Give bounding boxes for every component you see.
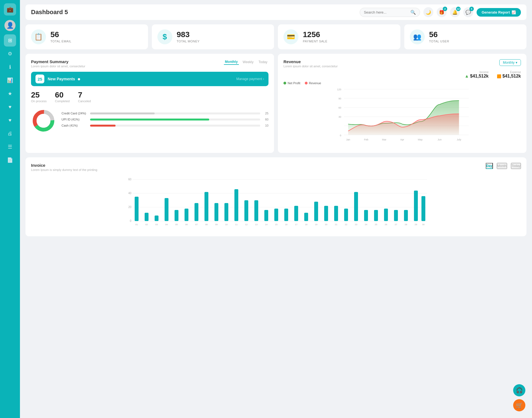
revenue-subtitle: Lorem ipsum dolor sit amet, consectetur [283,65,338,68]
sidebar-item-info[interactable]: ℹ [4,61,16,73]
sidebar-logo[interactable]: 💼 [4,3,16,16]
sidebar-item-print[interactable]: 🖨 [4,127,16,140]
print-icon: 🖨 [7,131,12,137]
search-box[interactable]: 🔍 [360,8,420,17]
invoice-title-block: Invoice Lorem Ipsum is simply dummy text… [31,163,97,171]
svg-text:0: 0 [130,219,131,222]
bar-22 [344,209,348,221]
tab-today[interactable]: Today [257,59,268,65]
bar-fill-upi [90,119,209,120]
chat-btn[interactable]: 💬 5 [463,7,473,17]
search-input[interactable] [364,10,408,14]
sidebar-item-settings[interactable]: ⚙ [4,48,16,60]
income-expense: Income ▲ $41,512k Expense 🟧 $41,512k [283,71,521,79]
svg-text:July: July [457,138,461,141]
svg-text:04: 04 [165,223,168,226]
bar-track-cc [90,112,260,114]
payment-stat-info: 1256 PAYMENT SALE [303,31,328,43]
svg-text:May: May [418,138,423,141]
user-stat-icon: 👥 [410,29,425,44]
sidebar-item-star[interactable]: ★ [4,88,16,100]
stat-card-money: $ 983 TOTAL MONEY [152,24,274,49]
on-process-num: 25 [31,91,47,99]
income-block: Income ▲ $41,512k [465,71,489,79]
cart-float-btn[interactable]: 🛒 [513,399,525,411]
bar-28 [404,210,408,221]
revenue-title-block: Revenue Lorem ipsum dolor sit amet, cons… [283,59,338,68]
bar-track-cash [90,125,260,127]
bar-15 [274,209,278,221]
expense-label: Expense [497,71,521,74]
bar-upi: UPI ID (41%) 60 [62,118,268,121]
tab-weekly[interactable]: Weekly [242,59,255,65]
new-payments-left: 25 New Payments [35,75,80,83]
payment-bars: Credit Card (24%) 25 UPI ID (41%) 60 [62,112,268,130]
tab-day[interactable]: Day [486,163,493,169]
gift-btn[interactable]: 🎁 2 [437,7,447,17]
stat-card-email: 📋 56 TOTAL EMAIL [25,24,148,49]
generate-report-button[interactable]: Generate Report 📈 [477,8,521,17]
svg-text:01: 01 [135,223,138,226]
legend-net-profit: Net Profit [283,81,300,85]
svg-text:07: 07 [195,223,198,226]
bar-04 [165,198,168,221]
tab-month[interactable]: Month [497,163,507,169]
svg-text:Jan: Jan [346,138,350,141]
sidebar-item-list[interactable]: ☰ [4,141,16,153]
sidebar-item-report[interactable]: 📄 [4,154,16,166]
sidebar-item-dashboard[interactable]: ⊞ [4,34,16,47]
user-stat-info: 56 TOTAL USER [429,31,449,43]
support-float-btn[interactable]: 🎧 [513,384,525,396]
invoice-chart-container: 60 40 20 0 01 02 [31,175,521,231]
payment-stats: 25 On process 60 Completed 7 Canceled [31,91,268,103]
theme-toggle[interactable]: 🌙 [423,7,433,17]
page-title: Dashboard 5 [31,9,68,16]
payment-stat-icon: 💳 [283,29,298,44]
user-avatar[interactable]: 👤 [4,20,16,31]
manage-payment-link[interactable]: Manage payment › [236,77,264,81]
sidebar-item-heart[interactable]: ♥ [4,101,16,113]
bar-24 [364,210,368,221]
bar-29 [414,191,418,221]
svg-text:25: 25 [375,223,377,226]
svg-text:09: 09 [215,223,218,226]
payment-stat-label: PAYMENT SALE [303,40,328,43]
bell-btn[interactable]: 🔔 12 [450,7,460,17]
sidebar-item-heart2[interactable]: ♥ [4,114,16,126]
tab-today[interactable]: Today [511,163,521,169]
headset-icon: 🎧 [516,387,523,394]
svg-text:16: 16 [285,223,288,226]
svg-text:22: 22 [345,223,347,226]
completed-label: Completed [55,99,70,103]
svg-text:21: 21 [335,223,337,226]
sidebar-item-chart[interactable]: 📊 [4,74,16,86]
invoice-bar-chart: 60 40 20 0 01 02 [31,175,521,231]
bar-08 [204,192,208,221]
bar-20 [324,206,328,221]
svg-text:20: 20 [128,206,132,209]
bar-label-cc: Credit Card (24%) [62,112,88,115]
expense-block: Expense 🟧 $41,512k [497,71,521,79]
heart2-icon: ♥ [9,117,12,123]
revenue-legend: Net Profit Revenue [283,81,521,85]
income-arrow-icon: ▲ [465,74,469,79]
tab-monthly[interactable]: Monthly [224,59,239,65]
star-icon: ★ [8,91,12,97]
svg-text:05: 05 [175,223,178,226]
payment-bottom: Credit Card (24%) 25 UPI ID (41%) 60 [31,108,268,133]
stat-card-payment: 💳 1256 PAYMENT SALE [278,24,400,49]
bar-16 [284,209,288,221]
revenue-monthly-dropdown[interactable]: Monthly ▾ [499,59,521,66]
bar-val-cc: 25 [262,112,268,115]
canceled-num: 7 [78,91,91,99]
bar-30 [421,196,425,221]
invoice-subtitle: Lorem Ipsum is simply dummy text of the … [31,168,97,171]
moon-icon: 🌙 [426,10,431,15]
new-payments-bar: 25 New Payments Manage payment › [31,72,268,86]
new-payments-count: 25 [35,75,44,83]
money-stat-label: TOTAL MONEY [177,40,200,43]
svg-text:13: 13 [255,223,258,226]
svg-text:27: 27 [395,223,397,226]
bar-17 [294,206,298,221]
header: Dashboard 5 🔍 🌙 🎁 2 🔔 12 💬 5 Gen [25,4,526,20]
